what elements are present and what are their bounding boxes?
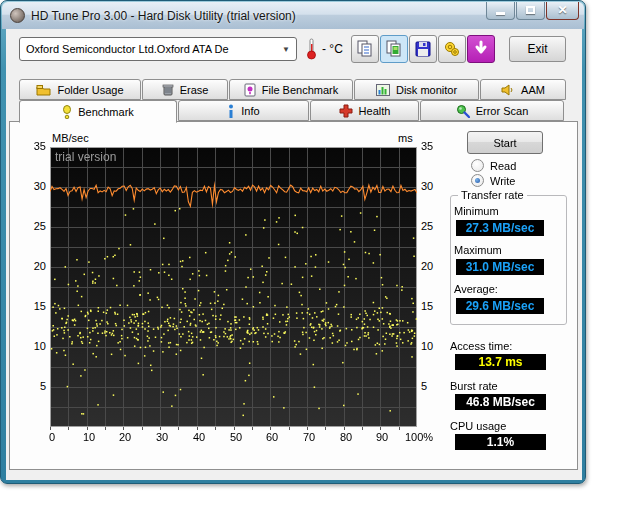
start-button[interactable]: Start [467,131,543,154]
exit-button[interactable]: Exit [509,36,566,62]
tab-benchmark[interactable]: Benchmark [19,100,177,123]
y-right-axis-label: ms [398,132,413,144]
tab-label: Benchmark [78,106,134,118]
tab-error-scan[interactable]: Error Scan [420,100,564,121]
app-window: HD Tune Pro 3.00 - Hard Disk Utility (tr… [0,0,586,484]
axis-tick-label: 25 [18,220,46,232]
read-label: Read [490,160,516,172]
cpu-usage-label: CPU usage [450,420,506,432]
axis-tick-label: 25 [421,220,449,232]
minimize-button[interactable] [486,2,515,20]
minimize-icon [496,12,505,15]
tab-label: Health [359,105,391,117]
tab-info[interactable]: Info [178,100,309,121]
maximize-button[interactable] [516,2,545,20]
thermometer-icon [306,38,317,60]
export-button[interactable] [438,35,466,63]
disk-monitor-icon [376,84,390,96]
access-time-label: Access time: [450,340,512,352]
axis-tick-label: 20 [421,260,449,272]
y-left-axis-label: MB/sec [52,132,89,144]
average-value: 29.6 MB/sec [456,298,544,314]
axis-tick-label: 100% [397,431,441,443]
write-radio[interactable] [471,174,484,187]
tab-label: AAM [521,84,545,96]
tab-disk-monitor[interactable]: Disk monitor [354,79,479,100]
download-button[interactable] [467,35,495,63]
copy-image-icon [385,40,403,58]
cpu-usage-value: 1.1% [455,434,546,450]
close-button[interactable]: ✕ [546,2,579,20]
axis-tick-label: 30 [18,180,46,192]
tab-folder-usage[interactable]: Folder Usage [19,79,141,100]
save-icon [414,40,432,58]
axis-tick-label: 10 [18,340,46,352]
benchmark-graph-canvas [50,147,417,433]
axis-tick-label: 35 [421,140,449,152]
window-controls: ✕ [485,2,579,20]
access-time-value: 13.7 ms [455,354,546,370]
minimum-label: Minimum [454,205,499,217]
tab-label: Erase [180,84,209,96]
tab-health[interactable]: Health [310,100,419,121]
app-icon [10,8,25,23]
speaker-icon [501,84,515,96]
save-screenshot-button[interactable] [409,35,437,63]
copy-image-button[interactable] [380,35,408,63]
burst-rate-value: 46.8 MB/sec [455,394,546,410]
axis-tick-label: 5 [18,380,46,392]
transfer-rate-group-label: Transfer rate [458,189,527,201]
read-radio-row[interactable]: Read [471,159,516,172]
axis-tick-label: 10 [421,340,449,352]
client-area: Oxford Semiconductor Ltd.Oxford ATA De ▼… [6,29,582,480]
info-icon [227,104,235,118]
folder-icon [36,84,51,96]
trash-icon [162,83,174,96]
chevron-down-icon: ▼ [282,45,290,54]
axis-tick-label: 30 [421,180,449,192]
tab-label: Error Scan [476,105,529,117]
exit-label: Exit [527,42,547,56]
write-label: Write [490,175,515,187]
trial-watermark: trial version [55,150,116,164]
benchmark-icon [62,105,72,119]
device-select[interactable]: Oxford Semiconductor Ltd.Oxford ATA De ▼ [19,37,297,61]
minimum-value: 27.3 MB/sec [456,220,544,236]
average-label: Average: [454,283,498,295]
tab-file-benchmark[interactable]: File Benchmark [229,79,353,100]
screen: HD Tune Pro 3.00 - Hard Disk Utility (tr… [0,0,640,512]
magnifier-icon [456,104,470,118]
axis-tick-label: 35 [18,140,46,152]
benchmark-panel: MB/sec ms trial version 3535303025252020… [9,121,578,470]
tab-aam[interactable]: AAM [480,79,566,100]
tab-label: Info [241,105,259,117]
start-label: Start [493,137,516,149]
axis-tick-label: 5 [421,380,449,392]
maximum-value: 31.0 MB/sec [456,259,544,275]
maximize-icon [526,6,535,14]
copy-text-button[interactable] [351,35,379,63]
maximum-label: Maximum [454,244,502,256]
close-icon: ✕ [557,3,567,17]
tab-label: Folder Usage [57,84,123,96]
download-arrow-icon [472,40,490,58]
tab-label: File Benchmark [262,84,338,96]
copy-text-icon [356,40,374,58]
axis-tick-label: 15 [18,300,46,312]
tab-erase[interactable]: Erase [142,79,228,100]
axis-tick-label: 15 [421,300,449,312]
temperature-indicator: - °C [306,38,343,60]
tab-label: Disk monitor [396,84,457,96]
health-cross-icon [339,104,353,118]
write-radio-row[interactable]: Write [471,174,515,187]
export-icon [443,40,461,58]
read-radio[interactable] [471,159,484,172]
window-title: HD Tune Pro 3.00 - Hard Disk Utility (tr… [31,9,296,23]
axis-tick-label: 20 [18,260,46,272]
temperature-value: - °C [322,42,343,56]
device-select-value: Oxford Semiconductor Ltd.Oxford ATA De [26,43,229,55]
burst-rate-label: Burst rate [450,380,498,392]
file-benchmark-icon [244,83,256,97]
